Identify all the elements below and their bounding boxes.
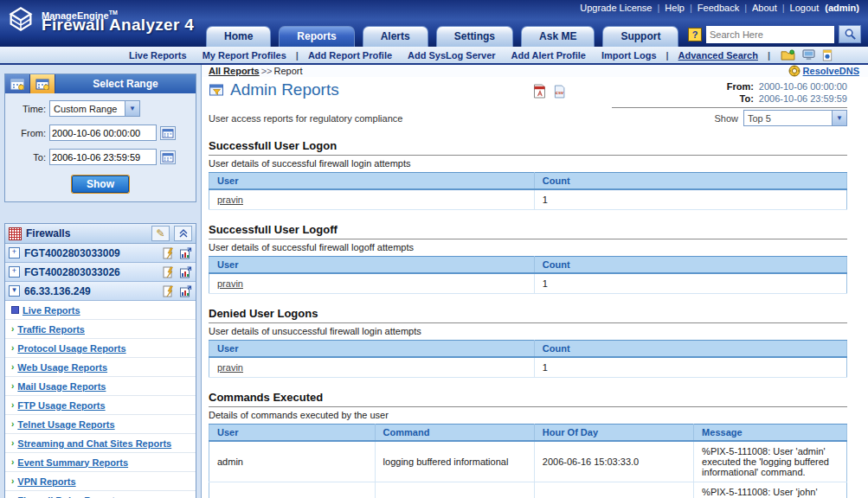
sidebar-item-protocol-usage-reports[interactable]: ›Protocol Usage Reports <box>5 339 196 358</box>
syslog-icon[interactable] <box>163 266 175 278</box>
nav-item-add-alert-profile[interactable]: Add Alert Profile <box>511 50 586 61</box>
table-header-row: UserCount <box>209 173 847 190</box>
report-table: UserCountpravin1 <box>209 256 847 294</box>
user-link[interactable]: pravin <box>217 362 243 373</box>
user-link[interactable]: pravin <box>217 278 243 289</box>
sidebar-item-mail-usage-reports[interactable]: ›Mail Usage Reports <box>5 377 196 396</box>
resolve-dns-icon <box>788 65 800 77</box>
sidebar-item-ftp-usage-reports[interactable]: ›FTP Usage Reports <box>5 396 196 415</box>
table-cell: pravin <box>209 189 535 210</box>
breadcrumb-all-reports[interactable]: All Reports <box>209 66 260 76</box>
utility-link-about[interactable]: About <box>752 3 777 13</box>
utility-link-upgrade-license[interactable]: Upgrade License <box>580 3 652 13</box>
section-heading: Commands Executed <box>209 391 847 407</box>
table-cell: pravin <box>209 273 535 294</box>
utility-link-feedback[interactable]: Feedback <box>698 3 739 13</box>
breadcrumb-separator: >> <box>261 66 273 76</box>
sidebar-item-telnet-usage-reports[interactable]: ›Telnet Usage Reports <box>5 415 196 434</box>
brand-logo: ManageEngineTM Firewall Analyzer 4 <box>5 4 194 34</box>
sidebar: Select Range Time: Custom Range ▼ From: <box>0 65 202 498</box>
separator: | <box>657 3 659 13</box>
tab-reports[interactable]: Reports <box>279 26 354 47</box>
separator: | <box>690 3 692 13</box>
nav-item-live-reports[interactable]: Live Reports <box>129 50 187 61</box>
note-icon[interactable] <box>822 49 833 61</box>
arrow-bullet-icon: › <box>11 400 14 410</box>
expand-node-icon[interactable]: + <box>9 247 20 259</box>
section-commands-executed: Commands ExecutedDetails of commands exe… <box>209 391 847 498</box>
time-label: Time: <box>10 104 46 114</box>
report-links-tree: Live Reports ›Traffic Reports›Protocol U… <box>5 301 196 498</box>
from-date-input[interactable] <box>49 124 157 141</box>
section-successfull-user-logon: Successfull User LogonUser details of su… <box>209 139 847 210</box>
table-row: johnshow logging2006-06-16 15:03:33.0%PI… <box>209 482 847 498</box>
show-button[interactable]: Show <box>72 176 129 193</box>
sidebar-item-web-usage-reports[interactable]: ›Web Usage Reports <box>5 358 196 377</box>
nav-item-advanced-search[interactable]: Advanced Search <box>678 50 758 61</box>
edit-pencil-icon[interactable]: ✎ <box>151 226 170 241</box>
arrow-bullet-icon: › <box>11 381 14 391</box>
column-header-user: User <box>209 341 535 358</box>
to-calendar-icon[interactable] <box>160 150 176 164</box>
select-range-panel: Select Range Time: Custom Range ▼ From: <box>4 73 196 202</box>
user-link[interactable]: pravin <box>217 195 243 205</box>
device-name[interactable]: 66.33.136.249 <box>24 285 158 297</box>
firewall-grid-icon <box>9 227 22 240</box>
table-cell: 1 <box>534 273 846 294</box>
sidebar-item-vpn-reports[interactable]: ›VPN Reports <box>5 472 196 491</box>
from-label: From: <box>10 128 46 138</box>
device-name[interactable]: FGT4002803033026 <box>24 266 158 278</box>
device-row-fgt4002803033026: +FGT4002803033026 <box>5 263 196 282</box>
search-button[interactable] <box>839 25 861 43</box>
sidebar-item-firewall-rules-reports[interactable]: ›Firewall Rules Reports <box>5 491 196 498</box>
secondary-nav: Live ReportsMy Report Profiles|Add Repor… <box>0 47 868 65</box>
report-chart-icon[interactable] <box>179 266 192 278</box>
report-chart-icon[interactable] <box>179 285 192 297</box>
nav-item-my-report-profiles[interactable]: My Report Profiles <box>203 50 286 61</box>
tab-home[interactable]: Home <box>206 26 271 47</box>
table-header-row: UserCommandHour Of DayMessage <box>209 425 847 442</box>
to-date-input[interactable] <box>49 149 157 165</box>
time-range-select[interactable]: Custom Range ▼ <box>49 100 140 117</box>
from-calendar-icon[interactable] <box>160 126 176 140</box>
table-cell: 1 <box>534 357 846 378</box>
column-header-count: Count <box>534 173 846 190</box>
resolve-dns-link[interactable]: ResolveDNS <box>788 65 859 77</box>
show-top-select[interactable]: Top 5 ▼ <box>743 110 847 126</box>
collapse-icon[interactable] <box>174 226 192 241</box>
tab-support[interactable]: Support <box>602 26 678 47</box>
column-header-user: User <box>209 425 376 442</box>
pdf-icon[interactable] <box>533 84 546 99</box>
collapse-node-icon[interactable]: ▾ <box>9 285 20 297</box>
utility-link-logout[interactable]: Logout <box>790 3 820 13</box>
tab-settings[interactable]: Settings <box>436 26 513 47</box>
tab-ask-me[interactable]: Ask ME <box>521 26 595 47</box>
report-chart-icon[interactable] <box>179 247 192 259</box>
logged-in-user: (admin) <box>825 3 859 13</box>
calendar-range-icon[interactable] <box>30 74 55 93</box>
expand-node-icon[interactable]: + <box>9 266 20 278</box>
calendar-day-icon[interactable] <box>5 74 30 93</box>
csv-icon[interactable]: csv <box>554 85 565 99</box>
nav-item-add-report-profile[interactable]: Add Report Profile <box>308 50 392 61</box>
sidebar-item-event-summary-reports[interactable]: ›Event Summary Reports <box>5 453 196 472</box>
tab-alerts[interactable]: Alerts <box>363 26 428 47</box>
search-input[interactable] <box>706 26 834 43</box>
main-content: All Reports >> Report ResolveDNS <box>202 65 868 498</box>
syslog-icon[interactable] <box>163 285 175 297</box>
utility-link-help[interactable]: Help <box>665 3 685 13</box>
sidebar-item-traffic-reports[interactable]: ›Traffic Reports <box>5 320 196 339</box>
section-heading: Successfull User Logon <box>209 139 847 156</box>
nav-item-add-syslog-server[interactable]: Add SysLog Server <box>408 50 495 61</box>
sidebar-item-live-reports[interactable]: Live Reports <box>5 301 196 320</box>
monitor-icon[interactable] <box>802 49 815 61</box>
firewalls-panel: Firewalls ✎ +FGT4002803033009+FGT4002803… <box>4 223 196 498</box>
syslog-icon[interactable] <box>163 247 175 259</box>
help-icon[interactable]: ? <box>688 28 702 42</box>
svg-text:csv: csv <box>556 89 564 94</box>
search-icon <box>844 28 857 41</box>
nav-item-import-logs[interactable]: Import Logs <box>601 50 657 61</box>
sidebar-item-streaming-and-chat-sites-reports[interactable]: ›Streaming and Chat Sites Reports <box>5 434 196 453</box>
user-folder-icon[interactable] <box>781 49 795 61</box>
device-name[interactable]: FGT4002803033009 <box>24 247 158 259</box>
